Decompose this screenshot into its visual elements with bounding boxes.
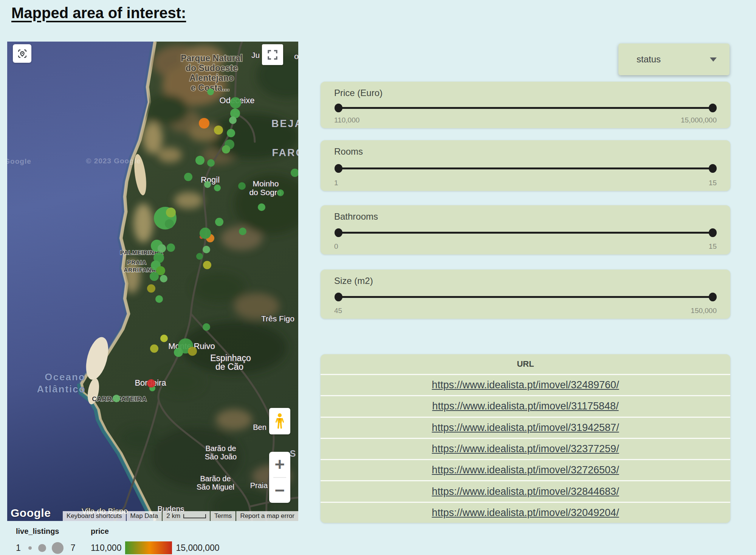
listing-marker[interactable] bbox=[174, 348, 183, 357]
listing-marker[interactable] bbox=[215, 218, 223, 226]
map-label: São João bbox=[205, 453, 237, 461]
listing-marker[interactable] bbox=[200, 228, 211, 239]
filter-title: Size (m2) bbox=[334, 276, 373, 286]
url-table: URL https://www.idealista.pt/imovel/3248… bbox=[321, 354, 730, 523]
listing-marker[interactable] bbox=[195, 156, 204, 165]
listing-marker[interactable] bbox=[167, 243, 175, 252]
listing-marker[interactable] bbox=[227, 129, 235, 137]
legend-size-min: 1 bbox=[16, 543, 21, 553]
listing-url-link[interactable]: https://www.idealista.pt/imovel/32489760… bbox=[432, 379, 619, 391]
slider-handle-min[interactable] bbox=[335, 104, 342, 112]
slider-handle-min[interactable] bbox=[335, 164, 342, 173]
table-row: https://www.idealista.pt/imovel/32726503… bbox=[321, 459, 730, 480]
listing-marker[interactable] bbox=[214, 126, 223, 135]
listing-marker[interactable] bbox=[222, 145, 230, 153]
attribution-terms[interactable]: Terms bbox=[211, 511, 235, 521]
filter-card-price-euro: Price (Euro)110,00015,000,000 bbox=[321, 82, 730, 128]
size-dot-medium bbox=[38, 544, 46, 552]
listing-marker[interactable] bbox=[160, 335, 168, 342]
listing-url-link[interactable]: https://www.idealista.pt/imovel/32049204… bbox=[432, 507, 619, 519]
attribution-label: 2 km bbox=[166, 512, 180, 520]
my-location-button[interactable] bbox=[13, 44, 31, 63]
listing-marker[interactable] bbox=[150, 344, 158, 353]
fullscreen-button[interactable] bbox=[262, 44, 283, 65]
listing-marker[interactable] bbox=[258, 203, 265, 211]
zoom-control: + − bbox=[269, 452, 290, 503]
map-label: Praia bbox=[250, 481, 268, 490]
filter-card-size-m2: Size (m2)45150,000 bbox=[321, 270, 730, 319]
map-label: São Miguel bbox=[197, 483, 234, 491]
listing-marker[interactable] bbox=[207, 159, 215, 167]
listing-marker[interactable] bbox=[166, 208, 176, 217]
listing-marker[interactable] bbox=[230, 97, 241, 109]
filter-card-bathrooms: Bathrooms015 bbox=[321, 205, 730, 254]
slider-handle-max[interactable] bbox=[709, 228, 717, 237]
slider-handle-max[interactable] bbox=[709, 104, 717, 112]
slider-handle-min[interactable] bbox=[335, 293, 342, 301]
map-label: PRAIA bbox=[127, 259, 147, 265]
listing-marker[interactable] bbox=[160, 275, 167, 282]
filter-title: Rooms bbox=[334, 146, 363, 157]
listing-url-link[interactable]: https://www.idealista.pt/imovel/32844683… bbox=[432, 486, 619, 498]
listing-url-link[interactable]: https://www.idealista.pt/imovel/31942587… bbox=[432, 422, 619, 434]
legend-price: price 110,000 15,000,000 bbox=[91, 527, 220, 555]
slider-max-label: 15 bbox=[709, 242, 717, 251]
map-label: FARO bbox=[272, 147, 298, 158]
listing-url-link[interactable]: https://www.idealista.pt/imovel/31175848… bbox=[432, 400, 618, 412]
listing-marker[interactable] bbox=[184, 173, 192, 181]
map-label: Moinho bbox=[253, 179, 279, 188]
map-canvas: Parque Naturaldo SudoesteAlentejanoe Cos… bbox=[7, 42, 298, 521]
map[interactable]: Parque Naturaldo SudoesteAlentejanoe Cos… bbox=[7, 42, 298, 521]
status-dropdown[interactable]: status bbox=[618, 43, 730, 75]
map-label: Três Figo bbox=[261, 314, 294, 323]
listing-marker[interactable] bbox=[238, 182, 246, 190]
zoom-in-button[interactable]: + bbox=[269, 452, 290, 477]
listing-marker[interactable] bbox=[204, 181, 211, 188]
listing-marker[interactable] bbox=[147, 284, 155, 293]
attribution-keyboard-shortcuts[interactable]: Keyboard shortcuts bbox=[63, 511, 125, 521]
listing-marker[interactable] bbox=[199, 118, 209, 129]
slider-max-label: 150,000 bbox=[691, 307, 717, 315]
slider-handle-max[interactable] bbox=[709, 293, 717, 301]
listing-marker[interactable] bbox=[165, 219, 174, 228]
map-label: do Sogro bbox=[249, 188, 281, 197]
listing-marker[interactable] bbox=[229, 116, 237, 124]
listing-marker[interactable] bbox=[147, 379, 155, 388]
listing-marker[interactable] bbox=[203, 323, 210, 331]
range-slider[interactable] bbox=[338, 293, 713, 301]
listing-marker[interactable] bbox=[188, 347, 197, 356]
zoom-out-button[interactable]: − bbox=[269, 478, 290, 503]
slider-handle-max[interactable] bbox=[709, 164, 717, 173]
legend-size-max: 7 bbox=[71, 543, 76, 553]
attribution-map-data[interactable]: Map Data bbox=[127, 511, 162, 521]
slider-track bbox=[338, 167, 713, 169]
slider-min-label: 0 bbox=[334, 242, 338, 251]
listing-marker[interactable] bbox=[239, 228, 246, 235]
listing-marker[interactable] bbox=[207, 88, 214, 95]
table-row: https://www.idealista.pt/imovel/32489760… bbox=[321, 374, 730, 395]
listing-marker[interactable] bbox=[203, 261, 211, 269]
listing-marker[interactable] bbox=[277, 189, 284, 196]
map-label: Ju bbox=[251, 51, 260, 59]
legend-price-min: 110,000 bbox=[91, 543, 121, 553]
listing-marker[interactable] bbox=[155, 295, 163, 303]
listing-marker[interactable] bbox=[196, 253, 203, 260]
slider-track bbox=[338, 107, 713, 109]
size-dot-small bbox=[28, 546, 32, 550]
attribution-report-map-error[interactable]: Report a map error bbox=[236, 511, 298, 521]
listing-marker[interactable] bbox=[214, 184, 221, 191]
listing-marker[interactable] bbox=[150, 272, 159, 281]
slider-min-label: 1 bbox=[334, 179, 338, 187]
slider-handle-min[interactable] bbox=[335, 228, 342, 237]
listing-marker[interactable] bbox=[113, 395, 120, 402]
pegman-button[interactable] bbox=[269, 408, 290, 434]
listing-marker[interactable] bbox=[158, 244, 166, 253]
slider-track bbox=[338, 232, 713, 234]
listing-marker[interactable] bbox=[203, 246, 210, 253]
listing-url-link[interactable]: https://www.idealista.pt/imovel/32726503… bbox=[432, 464, 619, 476]
chevron-down-icon bbox=[710, 57, 717, 62]
range-slider[interactable] bbox=[338, 164, 713, 173]
listing-url-link[interactable]: https://www.idealista.pt/imovel/32377259… bbox=[432, 443, 619, 455]
range-slider[interactable] bbox=[338, 228, 713, 237]
range-slider[interactable] bbox=[338, 104, 713, 112]
